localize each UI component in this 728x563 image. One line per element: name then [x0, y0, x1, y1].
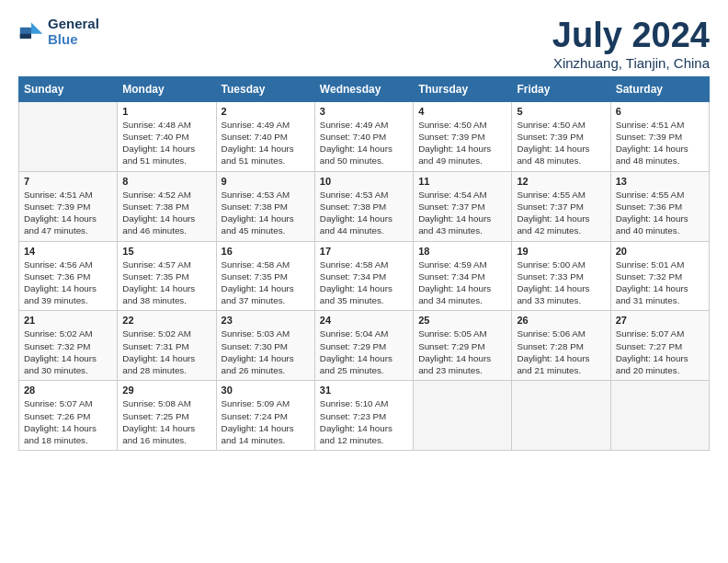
day-number: 27 — [616, 315, 704, 326]
day-info: Sunrise: 5:05 AMSunset: 7:29 PMDaylight:… — [418, 327, 506, 376]
calendar-cell — [414, 381, 512, 451]
calendar-cell: 17Sunrise: 4:58 AMSunset: 7:34 PMDayligh… — [314, 241, 413, 311]
calendar-table: SundayMondayTuesdayWednesdayThursdayFrid… — [18, 76, 710, 451]
logo-line2: Blue — [48, 32, 99, 48]
calendar-cell: 28Sunrise: 5:07 AMSunset: 7:26 PMDayligh… — [19, 381, 118, 451]
day-info: Sunrise: 4:56 AMSunset: 7:36 PMDaylight:… — [24, 259, 112, 307]
day-info: Sunrise: 4:54 AMSunset: 7:37 PMDaylight:… — [418, 189, 506, 237]
calendar-cell — [610, 381, 709, 451]
day-info: Sunrise: 4:49 AMSunset: 7:40 PMDaylight:… — [320, 119, 408, 167]
svg-marker-1 — [31, 22, 42, 33]
day-info: Sunrise: 5:02 AMSunset: 7:31 PMDaylight:… — [122, 327, 210, 376]
calendar-cell: 24Sunrise: 5:04 AMSunset: 7:29 PMDayligh… — [314, 311, 413, 381]
main-title: July 2024 — [552, 17, 710, 55]
page-container: General Blue July 2024 Xinzhuang, Tianji… — [0, 0, 728, 460]
calendar-cell: 20Sunrise: 5:01 AMSunset: 7:32 PMDayligh… — [610, 241, 709, 311]
calendar-cell: 11Sunrise: 4:54 AMSunset: 7:37 PMDayligh… — [414, 171, 512, 241]
calendar-cell: 6Sunrise: 4:51 AMSunset: 7:39 PMDaylight… — [610, 101, 709, 171]
day-number: 11 — [418, 176, 506, 187]
day-info: Sunrise: 4:59 AMSunset: 7:34 PMDaylight:… — [418, 259, 506, 307]
calendar-cell: 3Sunrise: 4:49 AMSunset: 7:40 PMDaylight… — [314, 101, 413, 171]
calendar-cell: 19Sunrise: 5:00 AMSunset: 7:33 PMDayligh… — [512, 241, 610, 311]
day-number: 24 — [320, 315, 408, 326]
day-info: Sunrise: 4:58 AMSunset: 7:35 PMDaylight:… — [222, 259, 310, 307]
day-info: Sunrise: 4:53 AMSunset: 7:38 PMDaylight:… — [320, 189, 408, 237]
calendar-cell — [19, 101, 118, 171]
calendar-cell: 23Sunrise: 5:03 AMSunset: 7:30 PMDayligh… — [216, 311, 314, 381]
svg-rect-2 — [20, 33, 31, 38]
day-info: Sunrise: 4:52 AMSunset: 7:38 PMDaylight:… — [122, 189, 210, 237]
calendar-cell — [512, 381, 610, 451]
day-number: 17 — [320, 246, 408, 257]
day-number: 1 — [122, 106, 210, 117]
day-info: Sunrise: 4:53 AMSunset: 7:38 PMDaylight:… — [222, 189, 310, 237]
title-block: July 2024 Xinzhuang, Tianjin, China — [552, 17, 710, 71]
day-number: 20 — [616, 246, 704, 257]
day-number: 21 — [24, 315, 112, 326]
day-info: Sunrise: 5:06 AMSunset: 7:28 PMDaylight:… — [517, 327, 605, 376]
calendar-cell: 1Sunrise: 4:48 AMSunset: 7:40 PMDaylight… — [118, 101, 216, 171]
logo: General Blue — [18, 17, 99, 47]
week-row-0: 1Sunrise: 4:48 AMSunset: 7:40 PMDaylight… — [19, 101, 710, 171]
day-info: Sunrise: 5:08 AMSunset: 7:25 PMDaylight:… — [122, 397, 210, 446]
weekday-header-wednesday: Wednesday — [314, 76, 413, 101]
calendar-cell: 21Sunrise: 5:02 AMSunset: 7:32 PMDayligh… — [19, 311, 118, 381]
day-info: Sunrise: 5:00 AMSunset: 7:33 PMDaylight:… — [517, 259, 605, 307]
day-number: 10 — [320, 176, 408, 187]
calendar-cell: 7Sunrise: 4:51 AMSunset: 7:39 PMDaylight… — [19, 171, 118, 241]
day-number: 5 — [517, 106, 605, 117]
day-info: Sunrise: 4:57 AMSunset: 7:35 PMDaylight:… — [122, 259, 210, 307]
calendar-cell: 13Sunrise: 4:55 AMSunset: 7:36 PMDayligh… — [610, 171, 709, 241]
logo-icon — [18, 19, 44, 45]
weekday-header-friday: Friday — [512, 76, 610, 101]
day-number: 18 — [418, 246, 506, 257]
calendar-cell: 22Sunrise: 5:02 AMSunset: 7:31 PMDayligh… — [118, 311, 216, 381]
header: General Blue July 2024 Xinzhuang, Tianji… — [18, 17, 710, 71]
subtitle: Xinzhuang, Tianjin, China — [552, 55, 710, 71]
weekday-header-sunday: Sunday — [19, 76, 118, 101]
calendar-cell: 18Sunrise: 4:59 AMSunset: 7:34 PMDayligh… — [414, 241, 512, 311]
day-number: 29 — [122, 385, 210, 396]
day-number: 12 — [517, 176, 605, 187]
calendar-cell: 14Sunrise: 4:56 AMSunset: 7:36 PMDayligh… — [19, 241, 118, 311]
day-info: Sunrise: 4:50 AMSunset: 7:39 PMDaylight:… — [517, 119, 605, 167]
calendar-cell: 12Sunrise: 4:55 AMSunset: 7:37 PMDayligh… — [512, 171, 610, 241]
day-number: 3 — [320, 106, 408, 117]
day-number: 22 — [122, 315, 210, 326]
day-info: Sunrise: 5:04 AMSunset: 7:29 PMDaylight:… — [320, 327, 408, 376]
day-number: 8 — [122, 176, 210, 187]
day-info: Sunrise: 5:07 AMSunset: 7:26 PMDaylight:… — [24, 397, 112, 446]
day-info: Sunrise: 5:03 AMSunset: 7:30 PMDaylight:… — [222, 327, 310, 376]
calendar-body: 1Sunrise: 4:48 AMSunset: 7:40 PMDaylight… — [19, 101, 710, 450]
day-info: Sunrise: 5:02 AMSunset: 7:32 PMDaylight:… — [24, 327, 112, 376]
calendar-header: SundayMondayTuesdayWednesdayThursdayFrid… — [19, 76, 710, 101]
day-info: Sunrise: 4:55 AMSunset: 7:36 PMDaylight:… — [616, 189, 704, 237]
day-number: 25 — [418, 315, 506, 326]
day-number: 31 — [320, 385, 408, 396]
calendar-cell: 29Sunrise: 5:08 AMSunset: 7:25 PMDayligh… — [118, 381, 216, 451]
day-number: 7 — [24, 176, 112, 187]
day-info: Sunrise: 4:50 AMSunset: 7:39 PMDaylight:… — [418, 119, 506, 167]
day-number: 26 — [517, 315, 605, 326]
calendar-cell: 25Sunrise: 5:05 AMSunset: 7:29 PMDayligh… — [414, 311, 512, 381]
week-row-3: 21Sunrise: 5:02 AMSunset: 7:32 PMDayligh… — [19, 311, 710, 381]
calendar-cell: 8Sunrise: 4:52 AMSunset: 7:38 PMDaylight… — [118, 171, 216, 241]
day-info: Sunrise: 5:01 AMSunset: 7:32 PMDaylight:… — [616, 259, 704, 307]
logo-text: General Blue — [48, 17, 99, 47]
day-number: 30 — [222, 385, 310, 396]
weekday-header-tuesday: Tuesday — [216, 76, 314, 101]
day-info: Sunrise: 4:51 AMSunset: 7:39 PMDaylight:… — [24, 189, 112, 237]
calendar-cell: 10Sunrise: 4:53 AMSunset: 7:38 PMDayligh… — [314, 171, 413, 241]
calendar-cell: 4Sunrise: 4:50 AMSunset: 7:39 PMDaylight… — [414, 101, 512, 171]
weekday-header-monday: Monday — [118, 76, 216, 101]
day-number: 4 — [418, 106, 506, 117]
calendar-cell: 27Sunrise: 5:07 AMSunset: 7:27 PMDayligh… — [610, 311, 709, 381]
day-info: Sunrise: 5:10 AMSunset: 7:23 PMDaylight:… — [320, 397, 408, 446]
logo-line1: General — [48, 17, 99, 32]
calendar-cell: 5Sunrise: 4:50 AMSunset: 7:39 PMDaylight… — [512, 101, 610, 171]
calendar-cell: 2Sunrise: 4:49 AMSunset: 7:40 PMDaylight… — [216, 101, 314, 171]
day-info: Sunrise: 5:07 AMSunset: 7:27 PMDaylight:… — [616, 327, 704, 376]
weekday-header-thursday: Thursday — [414, 76, 512, 101]
week-row-1: 7Sunrise: 4:51 AMSunset: 7:39 PMDaylight… — [19, 171, 710, 241]
day-number: 16 — [222, 246, 310, 257]
